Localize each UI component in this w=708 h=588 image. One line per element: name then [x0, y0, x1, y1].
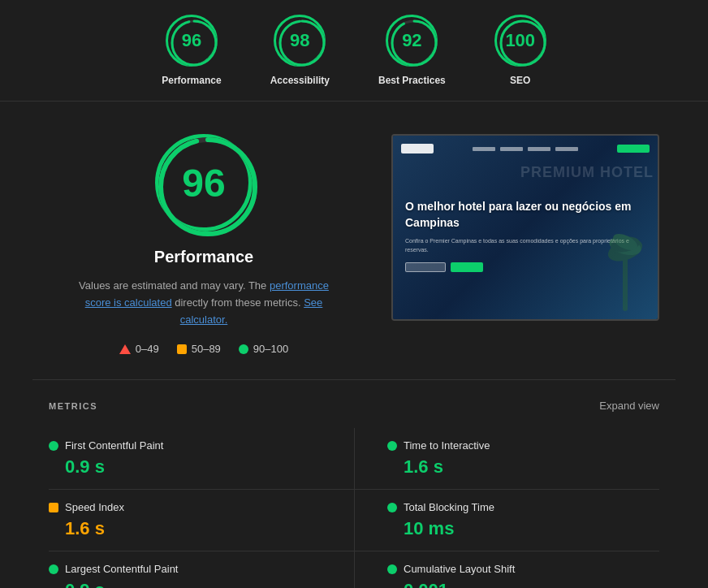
- performance-description: Values are estimated and may vary. The p…: [66, 278, 342, 328]
- preview-hotel-text: PREMIUM HOTEL: [520, 164, 654, 181]
- scores-bar: 96 Performance 98 Accessibility 92 Best …: [0, 0, 708, 102]
- metric-item-si: Speed Index 1.6 s: [49, 490, 354, 551]
- score-value-performance: 96: [182, 30, 201, 51]
- left-panel: 96 Performance Values are estimated and …: [49, 134, 359, 355]
- score-label-seo: SEO: [510, 75, 530, 86]
- metric-name-tbt: Total Blocking Time: [404, 501, 494, 513]
- metrics-grid: First Contentful Paint 0.9 s Time to Int…: [49, 428, 659, 588]
- big-score-value: 96: [182, 161, 225, 205]
- metric-name-row-fcp: First Contentful Paint: [49, 439, 322, 452]
- score-circle-seo: 100: [494, 15, 546, 67]
- score-item-best-practices: 92 Best Practices: [378, 15, 446, 86]
- fail-icon: [119, 344, 131, 354]
- preview-nav-item: [500, 147, 523, 151]
- metric-value-fcp: 0.9 s: [65, 456, 322, 478]
- metric-name-si: Speed Index: [65, 501, 124, 513]
- score-circle-performance: 96: [166, 15, 218, 67]
- metric-item-fcp: First Contentful Paint 0.9 s: [49, 428, 354, 490]
- score-label-performance: Performance: [162, 75, 221, 86]
- metric-dot-fcp: [49, 441, 58, 451]
- metric-name-cls: Cumulative Layout Shift: [404, 563, 515, 575]
- legend-fail: 0–49: [119, 343, 159, 355]
- expand-view-button[interactable]: Expand view: [599, 400, 659, 412]
- big-score-circle: 96: [155, 134, 253, 231]
- score-label-best-practices: Best Practices: [378, 75, 446, 86]
- score-item-seo: 100 SEO: [494, 15, 546, 86]
- legend-pass: 90–100: [239, 343, 288, 355]
- preview-nav-items: [438, 147, 612, 151]
- metric-item-tbt: Total Blocking Time 10 ms: [354, 490, 659, 551]
- metric-item-lcp: Largest Contentful Paint 0.9 s: [49, 551, 354, 588]
- metric-name-row-lcp: Largest Contentful Paint: [49, 563, 322, 575]
- right-panel: O melhor hotel para lazer ou negócios em…: [391, 134, 659, 355]
- metrics-section: METRICS Expand view First Contentful Pai…: [0, 380, 708, 588]
- metric-dot-lcp: [49, 564, 58, 574]
- score-label-accessibility: Accessibility: [270, 75, 330, 86]
- score-value-accessibility: 98: [290, 30, 309, 51]
- preview-nav-item: [473, 147, 495, 151]
- performance-title: Performance: [154, 248, 253, 266]
- metric-name-fcp: First Contentful Paint: [65, 439, 163, 452]
- average-icon: [177, 344, 187, 354]
- score-item-performance: 96 Performance: [162, 15, 221, 86]
- site-preview: O melhor hotel para lazer ou negócios em…: [391, 134, 659, 321]
- score-circle-accessibility: 98: [274, 15, 326, 67]
- main-content: 96 Performance Values are estimated and …: [0, 102, 708, 379]
- metric-value-cls: 0.001: [404, 580, 659, 588]
- average-label: 50–89: [192, 343, 221, 355]
- metric-value-tbt: 10 ms: [404, 518, 659, 539]
- preview-nav-item: [528, 147, 550, 151]
- palm-tree-icon: [601, 230, 650, 311]
- metric-name-row-cls: Cumulative Layout Shift: [387, 563, 659, 575]
- metric-item-tti: Time to Interactive 1.6 s: [354, 428, 659, 490]
- fail-label: 0–49: [136, 343, 159, 355]
- score-item-accessibility: 98 Accessibility: [270, 15, 330, 86]
- metric-value-tti: 1.6 s: [404, 456, 659, 478]
- pass-icon: [239, 344, 248, 354]
- metric-value-si: 1.6 s: [65, 518, 322, 539]
- metrics-title: METRICS: [49, 401, 97, 411]
- metric-name-row-si: Speed Index: [49, 501, 322, 513]
- score-legend: 0–49 50–89 90–100: [119, 343, 288, 355]
- preview-btn1: [405, 262, 446, 272]
- preview-nav-item: [555, 147, 578, 151]
- pass-label: 90–100: [253, 343, 288, 355]
- metric-dot-cls: [387, 564, 397, 574]
- metric-name-row-tbt: Total Blocking Time: [387, 501, 659, 513]
- metric-item-cls: Cumulative Layout Shift 0.001: [354, 551, 659, 588]
- metric-dot-tti: [387, 441, 397, 451]
- metric-dot-tbt: [387, 503, 397, 512]
- preview-btn2: [451, 262, 483, 272]
- score-circle-best-practices: 92: [386, 15, 438, 67]
- metric-name-lcp: Largest Contentful Paint: [65, 563, 178, 575]
- preview-logo: [401, 144, 434, 153]
- metric-name-tti: Time to Interactive: [404, 439, 490, 452]
- preview-cta-button: [617, 145, 650, 153]
- score-value-best-practices: 92: [402, 30, 421, 51]
- metric-dot-si: [49, 503, 58, 512]
- preview-nav: [401, 144, 650, 153]
- legend-average: 50–89: [177, 343, 221, 355]
- metric-value-lcp: 0.9 s: [65, 580, 322, 588]
- score-value-seo: 100: [505, 30, 535, 51]
- preview-headline: O melhor hotel para lazer ou negócios em…: [405, 199, 645, 231]
- metric-name-row-tti: Time to Interactive: [387, 439, 659, 452]
- metrics-header: METRICS Expand view: [49, 400, 659, 412]
